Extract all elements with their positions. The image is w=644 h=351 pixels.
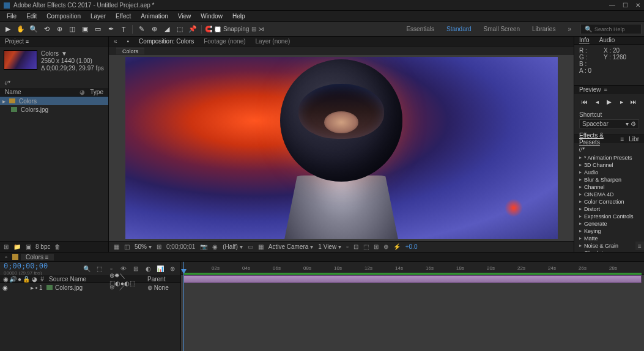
comp-flowchart-icon[interactable]: ⬚: [95, 264, 103, 273]
channel-icon[interactable]: ◉: [212, 243, 218, 250]
cat-channel[interactable]: Channel: [574, 183, 644, 191]
clone-tool[interactable]: ⊛: [149, 24, 160, 35]
brainstorm-icon[interactable]: ⊕: [168, 264, 177, 273]
panel-menu-icon[interactable]: ≡: [635, 242, 644, 250]
tab-info[interactable]: Info: [579, 37, 590, 43]
fast-preview-icon[interactable]: ⚡: [393, 243, 401, 250]
maximize-button[interactable]: ☐: [623, 2, 628, 9]
search-layer-icon[interactable]: 🔍: [83, 264, 91, 273]
shortcut-dropdown[interactable]: Spacebar▾ ⚙: [579, 119, 639, 128]
workspace-more[interactable]: »: [565, 26, 574, 32]
cat-generate[interactable]: Generate: [574, 220, 644, 227]
cat-obsolete[interactable]: Obsolete: [574, 249, 644, 252]
cat-noise[interactable]: Noise & Grain: [574, 242, 644, 249]
col-type[interactable]: Type: [90, 89, 103, 95]
camera-tool[interactable]: ◫: [67, 24, 78, 35]
tab-layer[interactable]: Layer (none): [256, 38, 291, 45]
puppet-tool[interactable]: 📌: [187, 24, 198, 35]
eraser-tool[interactable]: ◢: [161, 24, 172, 35]
timeline-tab-colors[interactable]: Colors ≡: [21, 254, 54, 260]
time-ruler[interactable]: 02s 04s 06s 08s 10s 12s 14s 16s 18s 20s …: [181, 262, 644, 275]
lock-icon[interactable]: ▪: [127, 38, 130, 45]
menu-animation[interactable]: Animation: [136, 13, 172, 20]
workspace-essentials[interactable]: Essentials: [404, 26, 437, 32]
zoom-tool[interactable]: 🔍: [28, 24, 39, 35]
grid-icon[interactable]: ▦: [114, 243, 119, 250]
current-time[interactable]: 0;00;00;01: [166, 243, 195, 250]
last-frame-button[interactable]: ⏭: [629, 98, 638, 106]
workspace-small-screen[interactable]: Small Screen: [481, 26, 522, 32]
graph-icon[interactable]: 📊: [156, 264, 165, 273]
selection-tool[interactable]: ▶: [2, 24, 13, 35]
cat-color-correction[interactable]: Color Correction: [574, 198, 644, 205]
cat-cinema4d[interactable]: CINEMA 4D: [574, 191, 644, 198]
mask-icon[interactable]: ◫: [124, 243, 130, 250]
cat-expression[interactable]: Expression Controls: [574, 213, 644, 220]
help-search[interactable]: 🔍: [580, 24, 642, 34]
preview-tab[interactable]: Preview ≡: [574, 86, 644, 94]
cat-matte[interactable]: Matte: [574, 235, 644, 242]
tab-footage[interactable]: Footage (none): [204, 38, 245, 45]
pen-tool[interactable]: ✒: [105, 24, 116, 35]
cat-audio[interactable]: Audio: [574, 169, 644, 176]
brush-tool[interactable]: ✎: [136, 24, 147, 35]
timeline-right[interactable]: 02s 04s 06s 08s 10s 12s 14s 16s 18s 20s …: [181, 262, 644, 351]
hand-tool[interactable]: ✋: [15, 24, 26, 35]
project-search[interactable]: 𝜌▾: [0, 76, 108, 88]
col-name[interactable]: Name: [5, 89, 75, 95]
menu-help[interactable]: Help: [228, 13, 250, 20]
render-queue-icon[interactable]: ▫: [2, 253, 10, 260]
transparency-icon[interactable]: ▦: [258, 243, 264, 250]
view-opt3-icon[interactable]: ⬚: [363, 243, 369, 250]
project-row-comp[interactable]: ▸Colors: [0, 97, 108, 105]
cat-animation-presets[interactable]: * Animation Presets: [574, 154, 644, 161]
menu-window[interactable]: Window: [196, 13, 227, 20]
view-dropdown[interactable]: 1 View ▾: [318, 243, 341, 250]
trash-icon[interactable]: 🗑: [54, 243, 61, 251]
view-opt1-icon[interactable]: ▫: [346, 243, 349, 250]
menu-view[interactable]: View: [174, 13, 196, 20]
comp-subtab-colors[interactable]: Colors: [116, 48, 144, 54]
project-tab[interactable]: Project ≡: [0, 37, 108, 46]
close-button[interactable]: ✕: [635, 2, 640, 9]
folder-icon[interactable]: 📁: [13, 243, 21, 251]
bpc-button[interactable]: 8 bpc: [35, 243, 50, 250]
shape-tool[interactable]: ▭: [92, 24, 103, 35]
camera-dropdown[interactable]: Active Camera ▾: [268, 243, 314, 250]
timeline-layer-1[interactable]: ◉ ▸ ▪ 1 Colors.jpg ⊛ ／ ⊚ None: [0, 283, 180, 292]
search-input[interactable]: [594, 26, 637, 32]
next-frame-button[interactable]: ▸: [617, 98, 626, 106]
menu-edit[interactable]: Edit: [22, 13, 41, 20]
first-frame-button[interactable]: ⏮: [580, 98, 589, 106]
resolution-icon[interactable]: ⊞: [157, 243, 161, 250]
tab-audio[interactable]: Audio: [599, 37, 615, 43]
layer-clip[interactable]: [183, 275, 642, 283]
minimize-button[interactable]: —: [609, 2, 615, 9]
cat-distort[interactable]: Distort: [574, 205, 644, 213]
project-row-image[interactable]: Colors.jpg: [0, 105, 108, 114]
menu-file[interactable]: File: [2, 13, 21, 20]
roto-tool[interactable]: ⬚: [174, 24, 185, 35]
tab-libraries[interactable]: Libr: [629, 136, 639, 142]
snapping-toggle[interactable]: 🧲 Snapping ⊞ ⋊: [205, 26, 264, 32]
cat-blur[interactable]: Blur & Sharpen: [574, 176, 644, 183]
rotate-tool[interactable]: ⊕: [54, 24, 65, 35]
cat-keying[interactable]: Keying: [574, 227, 644, 235]
playhead[interactable]: [183, 262, 184, 351]
interpret-icon[interactable]: ⊞: [2, 243, 10, 251]
play-button[interactable]: ▶: [605, 98, 613, 106]
new-comp-icon[interactable]: ▣: [24, 243, 32, 251]
comp-mini-icon[interactable]: [12, 254, 18, 260]
effects-search[interactable]: 𝜌▾: [574, 143, 644, 154]
cat-3d-channel[interactable]: 3D Channel: [574, 161, 644, 169]
prev-frame-button[interactable]: ◂: [593, 98, 601, 106]
view-opt4-icon[interactable]: ⊞: [374, 243, 379, 250]
snapping-checkbox[interactable]: [215, 26, 221, 32]
menu-composition[interactable]: Composition: [42, 13, 85, 20]
text-tool[interactable]: T: [118, 24, 129, 35]
pan-behind-tool[interactable]: ▣: [80, 24, 91, 35]
current-timecode[interactable]: 0;00;00;00: [4, 262, 48, 270]
resolution[interactable]: (Half) ▾: [223, 243, 242, 250]
orbit-tool[interactable]: ⟲: [41, 24, 52, 35]
visibility-toggle[interactable]: ◉: [2, 284, 9, 291]
